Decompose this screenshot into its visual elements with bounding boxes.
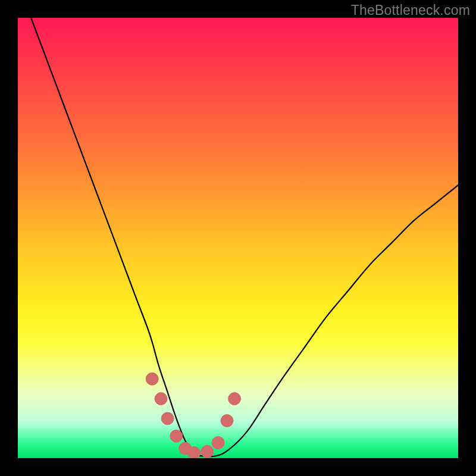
valley-marker: [188, 447, 201, 458]
valley-marker: [161, 412, 174, 425]
bottleneck-curve: [31, 18, 458, 456]
valley-markers: [146, 372, 240, 458]
valley-marker: [212, 437, 224, 449]
valley-marker: [170, 430, 183, 443]
curve-svg: [18, 18, 458, 458]
valley-marker: [146, 372, 158, 385]
valley-marker: [221, 415, 233, 427]
chart-frame: TheBottleneck.com: [0, 0, 476, 476]
plot-area: [18, 18, 458, 458]
valley-marker: [155, 393, 167, 405]
valley-marker: [228, 393, 241, 405]
valley-marker: [201, 445, 214, 458]
watermark-text: TheBottleneck.com: [351, 2, 470, 18]
